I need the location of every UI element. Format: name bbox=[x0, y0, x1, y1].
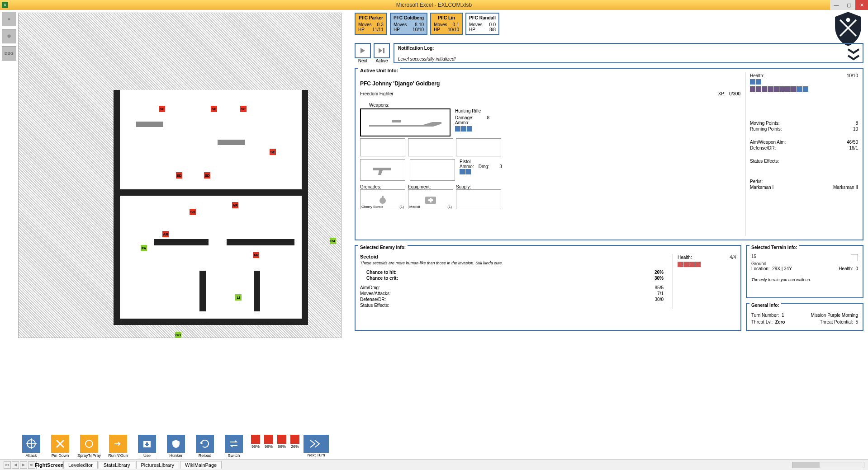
tab-next[interactable]: ▶ bbox=[20, 461, 27, 469]
svg-point-6 bbox=[90, 446, 91, 447]
friendly-unit[interactable]: PA bbox=[141, 245, 147, 251]
close-button[interactable]: ✕ bbox=[855, 0, 868, 10]
reload-button[interactable]: Reload bbox=[192, 435, 218, 458]
runngun-button[interactable]: Run'N'Gun bbox=[105, 435, 131, 458]
enemy-unit[interactable]: SD bbox=[204, 172, 210, 179]
active-unit-panel: Active Unit Info: PFC Johnny 'Django' Go… bbox=[355, 68, 863, 240]
weapon2-slot[interactable] bbox=[360, 159, 405, 181]
map-column: SESESESESDSDARSDARARPARALIGO Attack Pin … bbox=[0, 10, 353, 459]
svg-point-5 bbox=[91, 441, 92, 442]
next-turn-button[interactable]: Next Turn bbox=[304, 435, 329, 457]
next-unit-button[interactable]: Next bbox=[355, 43, 371, 63]
roster-card[interactable]: PFC Parker Moves0-3 HP11/11 bbox=[355, 13, 387, 35]
spray-button[interactable]: Spray'N'Pray bbox=[76, 435, 102, 458]
empty-slot[interactable] bbox=[360, 138, 405, 156]
weapon1-slot[interactable] bbox=[360, 108, 451, 136]
enemy-unit[interactable]: AR bbox=[232, 202, 238, 208]
enemy-unit[interactable]: AR bbox=[253, 252, 259, 258]
tab-prev[interactable]: ◀ bbox=[12, 461, 19, 469]
sheet-tab[interactable]: FightScreen bbox=[36, 461, 62, 469]
equipment-slot[interactable]: Medkit(1) bbox=[408, 189, 453, 209]
notification-log: Notification Log: Level successfully ini… bbox=[394, 43, 863, 63]
maximize-button[interactable]: ▢ bbox=[843, 0, 855, 10]
grenade-slot[interactable]: Cherry Bomb(1) bbox=[360, 189, 405, 209]
roster-card[interactable]: PFC Lin Moves0-1 HP10/10 bbox=[430, 13, 463, 35]
hit-percentages: 96%96%66%26% bbox=[250, 435, 301, 449]
enemy-unit[interactable]: SE bbox=[159, 106, 165, 112]
target-hit[interactable]: 96% bbox=[250, 435, 261, 449]
friendly-unit[interactable]: RA bbox=[330, 238, 336, 244]
friendly-unit[interactable]: GO bbox=[175, 332, 181, 338]
enemy-unit[interactable]: SD bbox=[176, 172, 182, 179]
sheet-tab[interactable]: StatsLibrary bbox=[99, 461, 135, 469]
rank-icon bbox=[847, 47, 860, 66]
enemy-panel: Selected Enemy Info: Sectoid These secto… bbox=[355, 245, 741, 331]
target-hit[interactable]: 96% bbox=[263, 435, 275, 449]
unit-roster: PFC Parker Moves0-3 HP11/11 PFC Goldberg… bbox=[355, 13, 863, 35]
target-hit[interactable]: 26% bbox=[289, 435, 301, 449]
empty-slot[interactable] bbox=[456, 138, 501, 156]
sheet-tab[interactable]: Leveleditor bbox=[63, 461, 98, 469]
excel-icon: X bbox=[2, 2, 8, 8]
pindown-button[interactable]: Pin Down bbox=[47, 435, 73, 458]
svg-rect-16 bbox=[428, 199, 433, 201]
terrain-panel: Selected Terrain Info: 15 Ground Locatio… bbox=[746, 245, 863, 298]
sheet-tabs: ⏮ ◀ ▶ ⏭ FightScreenLeveleditorStatsLibra… bbox=[0, 459, 868, 470]
general-panel: General Info: Turn Number: 1 Mission Pur… bbox=[746, 303, 863, 331]
enemy-unit[interactable]: AR bbox=[162, 231, 169, 237]
svg-rect-9 bbox=[145, 444, 149, 445]
game-logo bbox=[833, 11, 863, 47]
action-bar: Attack Pin Down Spray'N'Pray Run'N'Gun U… bbox=[18, 433, 342, 459]
horizontal-scrollbar[interactable] bbox=[792, 462, 864, 468]
unit-class: Freedom Fighter bbox=[360, 91, 394, 96]
svg-rect-13 bbox=[382, 196, 384, 198]
sheet-tab[interactable]: PicturesLibrary bbox=[136, 461, 179, 469]
svg-point-4 bbox=[86, 441, 87, 442]
game-map[interactable]: SESESESESDSDARSDARARPARALIGO bbox=[18, 13, 342, 338]
enemy-unit[interactable]: SE bbox=[270, 149, 276, 155]
title-bar: X Microsoft Excel - EXLCOM.xlsb — ▢ ✕ bbox=[0, 0, 868, 10]
empty-slot[interactable] bbox=[408, 138, 453, 156]
enemy-unit[interactable]: SD bbox=[190, 209, 196, 215]
svg-rect-11 bbox=[392, 120, 401, 122]
tab-last[interactable]: ⏭ bbox=[28, 461, 35, 469]
enemy-unit[interactable]: SE bbox=[240, 106, 247, 112]
empty-slot[interactable] bbox=[410, 159, 455, 181]
friendly-unit[interactable]: LI bbox=[235, 294, 242, 301]
svg-point-12 bbox=[379, 197, 386, 204]
roster-card[interactable]: PFC Goldberg Moves8-10 HP10/10 bbox=[390, 13, 427, 35]
right-column: PFC Parker Moves0-3 HP11/11 PFC Goldberg… bbox=[353, 10, 868, 459]
supply-slot[interactable] bbox=[456, 189, 501, 209]
active-unit-name: PFC Johnny 'Django' Goldberg bbox=[360, 80, 740, 87]
hunker-button[interactable]: Hunker bbox=[163, 435, 189, 458]
sheet-tab[interactable]: WikiMainPage bbox=[180, 461, 222, 469]
window-title: Microsoft Excel - EXLCOM.xlsb bbox=[396, 2, 472, 8]
svg-point-10 bbox=[846, 18, 850, 22]
minimize-button[interactable]: — bbox=[830, 0, 843, 10]
terrain-swatch bbox=[851, 254, 858, 261]
attack-button[interactable]: Attack bbox=[18, 435, 44, 458]
switch-weapon-button[interactable]: Switch Weapon bbox=[221, 435, 247, 462]
active-unit-button[interactable]: Active bbox=[374, 43, 390, 63]
tab-first[interactable]: ⏮ bbox=[4, 461, 11, 469]
window-controls: — ▢ ✕ bbox=[830, 0, 868, 10]
roster-card[interactable]: PFC Randall Moves0-0 HP8/8 bbox=[465, 13, 499, 35]
equipment-button[interactable]: Use Equipment bbox=[134, 435, 160, 462]
enemy-unit[interactable]: SE bbox=[211, 106, 217, 112]
target-hit[interactable]: 66% bbox=[276, 435, 288, 449]
